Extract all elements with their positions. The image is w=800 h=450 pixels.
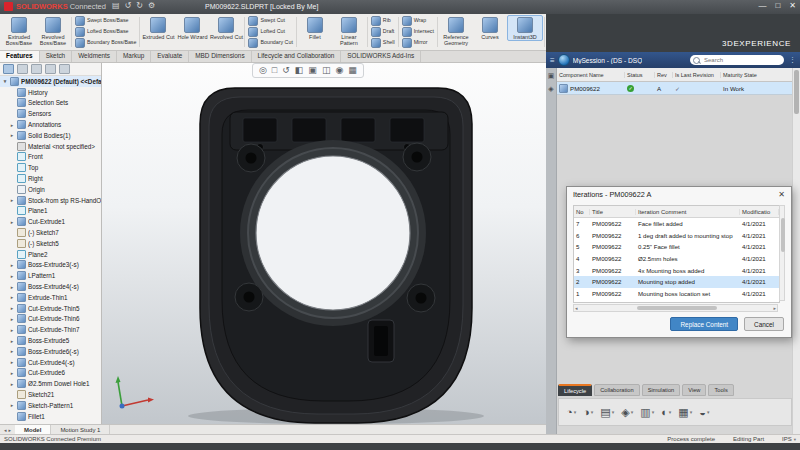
search-input[interactable]: [702, 56, 776, 64]
expander-icon[interactable]: ▸: [9, 338, 15, 344]
session-table-row[interactable]: PM009622 ✓ A ✓ In Work: [557, 82, 793, 95]
info-button[interactable]: ◒▾: [699, 406, 709, 418]
revolved-boss-button[interactable]: Revolved Boss/Base: [36, 15, 70, 46]
tree-item[interactable]: ▸Boss-Extrude4(-s): [0, 281, 101, 292]
share-button[interactable]: ▦▾: [678, 406, 692, 419]
tree-item[interactable]: Right: [0, 173, 101, 184]
zoom-fit-icon[interactable]: ◎: [259, 65, 267, 76]
expander-icon[interactable]: ▸: [9, 327, 15, 333]
mirror-button[interactable]: Mirror: [402, 38, 434, 48]
redo-icon[interactable]: ↻: [136, 1, 143, 10]
tab-evaluate[interactable]: Evaluate: [151, 51, 189, 62]
iteration-row[interactable]: 7PM009622Face fillet added4/1/2021: [574, 218, 779, 230]
tree-item[interactable]: ▸Sketch-Pattern1: [0, 400, 101, 411]
linear-pattern-button[interactable]: Linear Pattern: [332, 15, 366, 46]
expander-icon[interactable]: ▸: [9, 381, 15, 387]
options-gear-icon[interactable]: ⚙: [148, 1, 155, 10]
tree-item[interactable]: (-) Sketch7: [0, 227, 101, 238]
undo-icon[interactable]: ↺: [125, 1, 132, 10]
home-rail-icon[interactable]: ▣: [548, 72, 555, 80]
tree-item[interactable]: Top: [0, 162, 101, 173]
lock-button[interactable]: ◈▾: [621, 406, 633, 419]
tree-item[interactable]: Sketch21: [0, 389, 101, 400]
save-icon[interactable]: ▤: [112, 1, 120, 10]
reload-button[interactable]: ◐▾: [661, 406, 671, 418]
panel-scrollbar-thumb[interactable]: [794, 70, 799, 114]
revolved-cut-button[interactable]: Revolved Cut: [209, 15, 243, 40]
dimxpert-tab-icon[interactable]: [45, 64, 56, 74]
tree-item[interactable]: ▸Cut-Extrude-Thin5: [0, 303, 101, 314]
kebab-menu-icon[interactable]: ⋮: [789, 56, 796, 64]
expander-icon[interactable]: ▸: [9, 132, 15, 138]
tree-item[interactable]: Selection Sets: [0, 98, 101, 109]
tree-item[interactable]: ▸Boss-Extrude5: [0, 335, 101, 346]
expander-icon[interactable]: ▸: [9, 359, 15, 365]
boundary-cut-button[interactable]: Boundary Cut: [248, 38, 292, 48]
tree-item[interactable]: ▸Cut-Extrude-Thin6: [0, 314, 101, 325]
tree-item[interactable]: ▸Boss-Extrude3(-s): [0, 260, 101, 271]
intersect-button[interactable]: Intersect: [402, 27, 434, 37]
tree-root-item[interactable]: ▾PM009622 (Default) <<Default>_Photo: [0, 76, 101, 87]
panel-tab-simulation[interactable]: Simulation: [642, 384, 681, 396]
wrap-button[interactable]: Wrap: [402, 16, 434, 26]
close-button[interactable]: ✕: [789, 1, 796, 10]
tab-lifecycle-and-collaboration[interactable]: Lifecycle and Collaboration: [252, 51, 342, 62]
panel-scrollbar[interactable]: [792, 68, 800, 434]
view-orientation-icon[interactable]: ▣: [308, 65, 317, 76]
maximize-button[interactable]: □: [775, 1, 780, 10]
expander-icon[interactable]: ▸: [9, 305, 15, 311]
tree-item[interactable]: ▸Annotations: [0, 119, 101, 130]
panel-tab-tools[interactable]: Tools: [708, 384, 733, 396]
tree-item[interactable]: Sensors: [0, 108, 101, 119]
rib-button[interactable]: Rib: [371, 16, 395, 26]
expander-icon[interactable]: ▸: [9, 262, 15, 268]
iteration-row[interactable]: 4PM009622Ø2.5mm holes4/1/2021: [574, 253, 779, 265]
tab-features[interactable]: Features: [0, 51, 40, 62]
units-selector[interactable]: IPS ▾: [782, 436, 796, 442]
maturity-button[interactable]: ◔▾: [566, 406, 576, 418]
swept-cut-button[interactable]: Swept Cut: [248, 16, 292, 26]
tree-item[interactable]: Plane2: [0, 249, 101, 260]
tree-item[interactable]: (-) Sketch5: [0, 238, 101, 249]
tree-item[interactable]: ▸Cut-Extrude4(-s): [0, 357, 101, 368]
hole-wizard-button[interactable]: Hole Wizard: [175, 15, 209, 40]
expander-icon[interactable]: ▸: [9, 122, 15, 128]
tab-markup[interactable]: Markup: [117, 51, 151, 62]
extruded-boss-button[interactable]: Extruded Boss/Base: [2, 15, 36, 46]
tab-weldments[interactable]: Weldments: [72, 51, 117, 62]
lofted-boss-button[interactable]: Lofted Boss/Base: [75, 27, 136, 37]
tree-item[interactable]: ▸Solid Bodies(1): [0, 130, 101, 141]
replace-content-button[interactable]: Replace Content: [670, 317, 738, 331]
tree-item[interactable]: History: [0, 87, 101, 98]
configuration-tab-icon[interactable]: [31, 64, 42, 74]
iteration-row[interactable]: 2PM009622Mounting stop added4/1/2021: [574, 276, 779, 288]
iteration-row[interactable]: 1PM009622Mounting boss location set4/1/2…: [574, 288, 779, 300]
expander-open-icon[interactable]: ▾: [2, 78, 8, 84]
boundary-boss-button[interactable]: Boundary Boss/Base: [75, 38, 136, 48]
expander-icon[interactable]: ▸: [9, 402, 15, 408]
previous-view-icon[interactable]: ↺: [282, 65, 290, 76]
instant3d-button[interactable]: Instant3D: [507, 15, 543, 41]
extruded-cut-button[interactable]: Extruded Cut: [141, 15, 175, 40]
shell-button[interactable]: Shell: [371, 38, 395, 48]
expander-icon[interactable]: ▸: [9, 294, 15, 300]
tab-solidworks-add-ins[interactable]: SOLIDWORKS Add-Ins: [341, 51, 421, 62]
tree-item[interactable]: Front: [0, 152, 101, 163]
tree-item[interactable]: ▸Cut-Extrude1: [0, 216, 101, 227]
hscroll-right-arrow-icon[interactable]: ▸: [773, 305, 776, 311]
expander-icon[interactable]: ▸: [9, 370, 15, 376]
panel-tab-collaboration[interactable]: Collaboration: [594, 384, 640, 396]
iteration-row[interactable]: 6PM0096221 deg draft added to mounting s…: [574, 230, 779, 242]
apps-rail-icon[interactable]: ◈: [548, 85, 553, 93]
feature-tree-tab-icon[interactable]: [3, 64, 14, 74]
swept-boss-button[interactable]: Swept Boss/Base: [75, 16, 136, 26]
tree-item[interactable]: ▸Cut-Extrude-Thin7: [0, 324, 101, 335]
iterations-vertical-scrollbar[interactable]: [779, 205, 785, 301]
dialog-close-icon[interactable]: ✕: [778, 190, 785, 199]
tree-item[interactable]: Fillet1: [0, 411, 101, 422]
graphics-viewport[interactable]: ◎□↺◧▣◫◉▦: [102, 62, 546, 424]
3ds-compass-icon[interactable]: [558, 54, 570, 66]
curves-button[interactable]: Curves: [473, 15, 507, 40]
panel-tab-lifecycle[interactable]: Lifecycle: [558, 384, 592, 396]
reference-geometry-button[interactable]: Reference Geometry: [439, 15, 473, 46]
